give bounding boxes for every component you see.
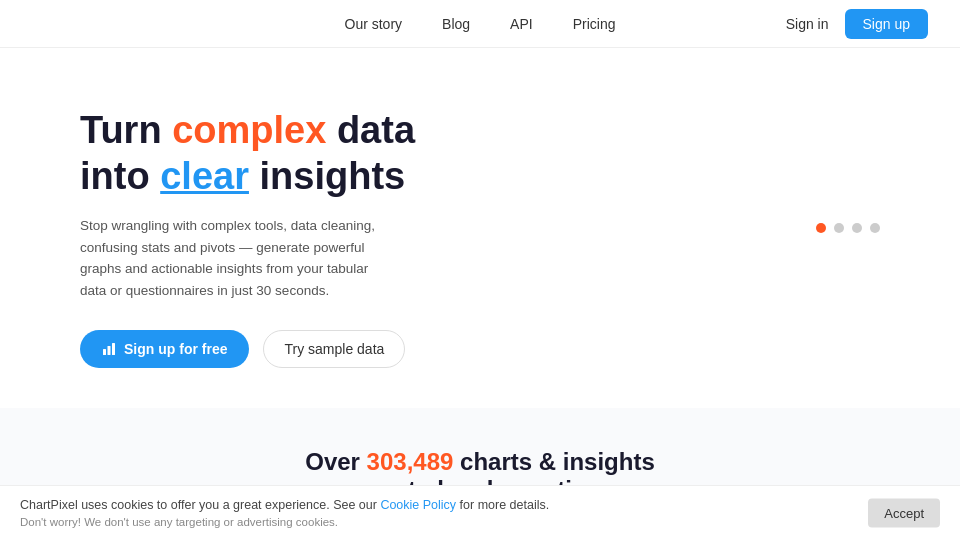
signup-button[interactable]: Sign up (845, 9, 928, 39)
stats-suffix: charts & insights (453, 448, 654, 475)
svg-rect-1 (108, 346, 111, 355)
hero-heading-part1: Turn (80, 109, 172, 151)
hero-heading: Turn complex data into clear insights (80, 108, 415, 199)
cookie-main-text: ChartPixel uses cookies to offer you a g… (20, 498, 940, 512)
carousel-dot-3[interactable] (852, 223, 862, 233)
hero-subtext: Stop wrangling with complex tools, data … (80, 215, 390, 301)
stats-prefix: Over (305, 448, 366, 475)
hero-heading-part2: data (326, 109, 415, 151)
hero-heading-clear: clear (160, 155, 249, 197)
signup-free-button[interactable]: Sign up for free (80, 330, 249, 368)
nav-link-api[interactable]: API (510, 16, 533, 32)
hero-heading-part4: insights (249, 155, 405, 197)
chart-icon (102, 342, 116, 356)
hero-buttons: Sign up for free Try sample data (80, 330, 415, 368)
nav-link-blog[interactable]: Blog (442, 16, 470, 32)
svg-rect-2 (112, 343, 115, 355)
nav-links: Our story Blog API Pricing (345, 16, 616, 32)
nav-link-our-story[interactable]: Our story (345, 16, 403, 32)
carousel-dot-4[interactable] (870, 223, 880, 233)
svg-rect-0 (103, 349, 106, 355)
hero-section: Turn complex data into clear insights St… (0, 48, 960, 408)
carousel-dot-2[interactable] (834, 223, 844, 233)
carousel-dot-1[interactable] (816, 223, 826, 233)
hero-text: Turn complex data into clear insights St… (80, 108, 415, 368)
hero-heading-part3: into (80, 155, 160, 197)
navbar: Our story Blog API Pricing Sign in Sign … (0, 0, 960, 48)
nav-actions: Sign in Sign up (786, 9, 928, 39)
cookie-accept-button[interactable]: Accept (868, 499, 940, 528)
carousel-dots (816, 223, 880, 233)
nav-link-pricing[interactable]: Pricing (573, 16, 616, 32)
try-sample-button[interactable]: Try sample data (263, 330, 405, 368)
cookie-banner: ChartPixel uses cookies to offer you a g… (0, 485, 960, 540)
stats-count: 303,489 (367, 448, 454, 475)
hero-heading-complex: complex (172, 109, 326, 151)
cookie-subtext: Don't worry! We don't use any targeting … (20, 516, 940, 528)
signin-button[interactable]: Sign in (786, 16, 829, 32)
cookie-policy-link[interactable]: Cookie Policy (380, 498, 456, 512)
